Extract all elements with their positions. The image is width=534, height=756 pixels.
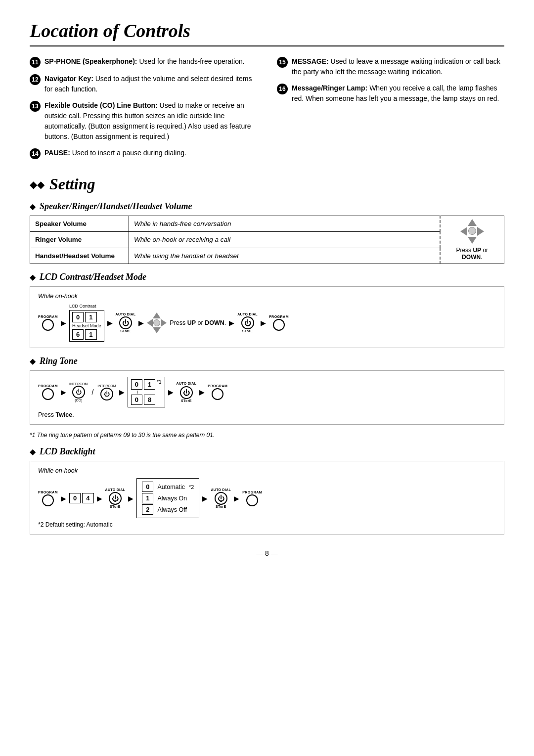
intercom-top-label: INTERCOM <box>69 382 88 386</box>
key-0b: 0 <box>131 395 142 405</box>
list-item: 12 Navigator Key: Used to adjust the vol… <box>30 74 257 94</box>
intercom-button: ⏻ <box>100 388 113 400</box>
key-0: 0 <box>131 379 142 390</box>
key-1-opt: 1 <box>142 493 153 503</box>
arrow-icon: ▶ <box>128 494 134 502</box>
table-row: Handset/Headset Volume While using the h… <box>30 248 504 264</box>
lcd-contrast-label: LCD Contrast <box>69 304 104 309</box>
program-label: PROGRAM <box>38 384 58 388</box>
lcd-backlight-title: LCD Backlight <box>40 446 95 457</box>
arrow-icon: ▶ <box>234 494 239 502</box>
lcd-contrast-header: ◆ LCD Contrast/Headset Mode <box>30 272 504 282</box>
backlight-flow: PROGRAM ▶ 0 4 ▶ AUTO DIAL ⏻ STorE ▶ 0 Au… <box>38 478 496 518</box>
key-8: 8 <box>144 395 155 405</box>
item-body: Used for the hands-free operation. <box>139 57 244 65</box>
autodial-button-group: AUTO DIAL ⏻ STorE <box>116 312 136 333</box>
diamond-icon: ◆ <box>30 272 36 282</box>
program-button-group-2: PROGRAM <box>242 490 262 506</box>
slash-divider: / <box>91 388 93 396</box>
lcd-backlight-header: ◆ LCD Backlight <box>30 446 504 457</box>
volume-title: Speaker/Ringer/Handset/Headset Volume <box>40 201 192 212</box>
item-number: 14 <box>30 148 41 159</box>
table-cell-desc: While in hands-free conversation <box>129 216 440 232</box>
item-label: Message/Ringer Lamp: <box>292 84 367 92</box>
arrow-icon: ▶ <box>138 319 144 327</box>
program-label: PROGRAM <box>38 315 58 318</box>
arrow-icon: ▶ <box>97 494 102 502</box>
backlight-options: 0 Automatic *2 1 Always On 2 Always Off <box>136 478 199 518</box>
option-row-always-off: 2 Always Off <box>142 504 194 515</box>
table-cell-label: Speaker Volume <box>30 216 129 232</box>
option-automatic-label: Automatic <box>157 484 185 490</box>
diamond-icon: ◆◆ <box>30 178 44 190</box>
left-column: 11 SP-PHONE (Speakerphone): Used for the… <box>30 56 257 165</box>
backlight-footnote: *2 Default setting: Automatic <box>38 521 496 528</box>
autodial-button-2: ⏻ <box>241 316 254 329</box>
ring-key-group: 0 1 *1 0 8 <box>128 377 165 407</box>
option-always-on-label: Always On <box>157 495 187 502</box>
intercom-label: INTERCOM <box>97 384 116 388</box>
volume-table: Speaker Volume While in hands-free conve… <box>30 216 504 264</box>
autodial-label: AUTO DIAL <box>177 382 197 386</box>
store-label-2: STorE <box>242 329 253 333</box>
diamond-icon: ◆ <box>30 447 36 456</box>
item-body: Used to insert a pause during dialing. <box>72 149 186 157</box>
list-item: 11 SP-PHONE (Speakerphone): Used for the… <box>30 56 257 68</box>
arrow-icon: ▶ <box>61 319 66 327</box>
key-0: 0 <box>69 493 81 503</box>
autodial-button-2: ⏻ <box>215 492 227 505</box>
program-button-2 <box>273 319 285 331</box>
arrow-icon: ▶ <box>168 388 174 396</box>
setting-title: Setting <box>49 175 95 193</box>
program-button-group: PROGRAM <box>38 490 58 506</box>
program-button-group: PROGRAM <box>38 315 58 331</box>
key-1: 1 <box>85 312 96 322</box>
program-button <box>42 319 54 331</box>
volume-section-header: ◆ Speaker/Ringer/Handset/Headset Volume <box>30 201 504 212</box>
program-button <box>42 494 54 506</box>
page-title: Location of Controls <box>30 20 504 46</box>
intercom-button-group: INTERCOM ⏻ <box>97 384 116 400</box>
table-cell-desc: While on-hook or receiving a call <box>129 232 440 248</box>
headset-mode-label: Headset Mode <box>72 323 101 328</box>
arrow-icon: ▶ <box>107 319 113 327</box>
program-label-2: PROGRAM <box>269 315 289 318</box>
key-0-opt: 0 <box>142 482 153 492</box>
key-1: 1 <box>144 379 155 390</box>
key-1b: 1 <box>85 329 96 340</box>
program-label-2: PROGRAM <box>242 490 262 494</box>
program-label: PROGRAM <box>208 384 227 388</box>
table-cell-desc: While using the handset or headset <box>129 248 440 264</box>
list-item: 15 MESSAGE: Used to leave a message wait… <box>277 56 504 77</box>
store-label: STorE <box>120 329 131 333</box>
autodial-button-group-2: AUTO DIAL ⏻ STorE <box>211 488 231 508</box>
table-row: Ringer Volume While on-hook or receiving… <box>30 232 504 248</box>
footnote-star2: *2 <box>189 484 194 490</box>
store-label: STorE <box>181 399 192 402</box>
nav-key-cell: Press UP or DOWN. <box>440 216 504 264</box>
key-6: 6 <box>72 329 84 340</box>
item-label: Flexible Outside (CO) Line Button: <box>44 101 158 109</box>
autodial-label-2: AUTO DIAL <box>237 312 258 316</box>
diamond-icon: ◆ <box>30 356 36 366</box>
lcd-key-group: LCD Contrast 0 1 Headset Mode 6 1 <box>69 304 104 342</box>
diamond-icon: ◆ <box>30 202 36 211</box>
lcd-contrast-diagram: While on-hook PROGRAM ▶ LCD Contrast 0 1… <box>30 286 504 348</box>
arrow-icon: ▶ <box>61 388 66 396</box>
arrow-icon: ▶ <box>199 388 205 396</box>
key-0: 0 <box>72 312 84 322</box>
intercom-button: ⏻ <box>72 386 85 399</box>
ring-tone-flow: PROGRAM ▶ INTERCOM ⏻ (CO) / INTERCOM ⏻ ▶… <box>38 377 496 407</box>
press-text: Press UP or DOWN. <box>170 319 226 326</box>
nav-press-label: Press UP or DOWN. <box>445 247 499 261</box>
item-number: 12 <box>30 74 41 85</box>
item-number: 15 <box>277 57 288 68</box>
arrow-icon: ▶ <box>202 494 208 502</box>
lcd-contrast-title: LCD Contrast/Headset Mode <box>40 272 146 282</box>
co-button-group: INTERCOM ⏻ (CO) <box>69 382 88 402</box>
list-item: 13 Flexible Outside (CO) Line Button: Us… <box>30 100 257 142</box>
autodial-button-group: AUTO DIAL ⏻ STorE <box>177 382 197 402</box>
nav-key-group <box>147 312 167 333</box>
key-2-opt: 2 <box>142 504 153 515</box>
key-4: 4 <box>82 493 93 503</box>
